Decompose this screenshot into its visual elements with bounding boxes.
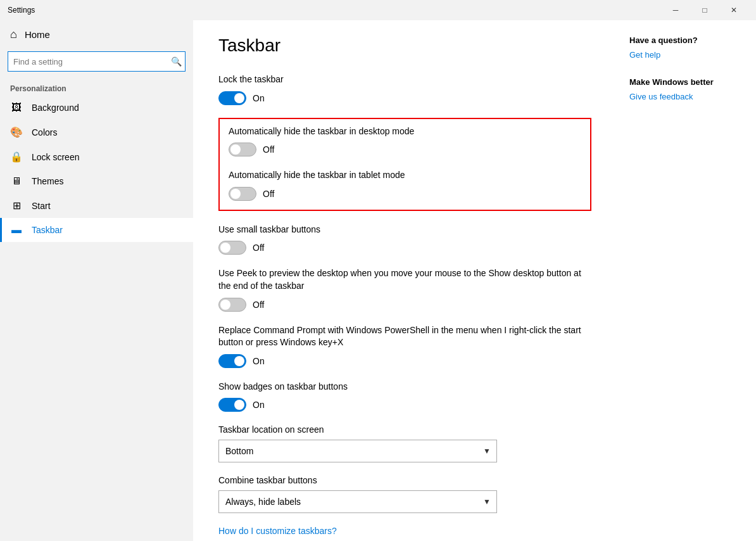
hide-tablet-label: Automatically hide the taskbar in tablet…: [229, 169, 581, 182]
highlighted-settings-box: Automatically hide the taskbar in deskto…: [218, 118, 591, 211]
peek-value: Off: [253, 300, 264, 310]
powershell-value: On: [253, 356, 265, 366]
peek-label: Use Peek to preview the desktop when you…: [218, 267, 591, 292]
window-controls: ─ □ ✕: [661, 0, 748, 20]
lock-taskbar-toggle-row: On: [218, 91, 591, 105]
home-icon: ⌂: [10, 28, 17, 41]
hide-tablet-toggle-row: Off: [229, 187, 581, 201]
have-question-title: Have a question?: [629, 35, 743, 45]
setting-powershell: Replace Command Prompt with Windows Powe…: [218, 324, 591, 368]
taskbar-icon: ▬: [10, 224, 23, 236]
lock-taskbar-label: Lock the taskbar: [218, 73, 591, 86]
help-link-container: How do I customize taskbars?: [218, 526, 591, 536]
sidebar-section-label: Personalization: [0, 79, 193, 96]
taskbar-location-row: Taskbar location on screen BottomTopLeft…: [218, 424, 591, 462]
peek-toggle[interactable]: [218, 298, 246, 312]
setting-small-buttons: Use small taskbar buttons Off: [218, 224, 591, 255]
sidebar-item-background[interactable]: 🖼 Background: [0, 96, 193, 120]
search-icon-button[interactable]: 🔍: [171, 56, 182, 67]
hide-tablet-toggle[interactable]: [229, 187, 256, 201]
lock-taskbar-toggle[interactable]: [218, 91, 246, 105]
give-feedback-link[interactable]: Give us feedback: [629, 92, 743, 101]
peek-toggle-row: Off: [218, 298, 591, 312]
start-icon: ⊞: [10, 200, 23, 212]
customize-taskbars-link[interactable]: How do I customize taskbars?: [218, 526, 337, 536]
search-input[interactable]: [8, 51, 186, 72]
right-section-help: Have a question? Get help: [629, 35, 743, 60]
search-box: 🔍: [8, 51, 186, 72]
sidebar-item-lock-screen[interactable]: 🔒 Lock screen: [0, 144, 193, 169]
taskbar-location-select[interactable]: BottomTopLeftRight: [218, 440, 497, 462]
powershell-toggle[interactable]: [218, 354, 246, 368]
small-buttons-label: Use small taskbar buttons: [218, 224, 591, 236]
badges-toggle[interactable]: [218, 398, 246, 412]
sidebar-item-label-taskbar: Taskbar: [32, 225, 63, 235]
main-content: Taskbar Lock the taskbar On Automaticall…: [193, 20, 617, 541]
make-windows-better-title: Make Windows better: [629, 77, 743, 87]
maximize-button[interactable]: □: [690, 0, 719, 20]
sidebar-item-themes[interactable]: 🖥 Themes: [0, 169, 193, 193]
sidebar-item-start[interactable]: ⊞ Start: [0, 193, 193, 218]
right-panel: Have a question? Get help Make Windows b…: [617, 20, 756, 541]
badges-label: Show badges on taskbar buttons: [218, 381, 591, 393]
right-section-feedback: Make Windows better Give us feedback: [629, 77, 743, 101]
themes-icon: 🖥: [10, 175, 23, 187]
combine-buttons-label: Combine taskbar buttons: [218, 475, 591, 485]
sidebar-item-label-start: Start: [32, 201, 51, 211]
setting-hide-desktop: Automatically hide the taskbar in deskto…: [229, 125, 581, 157]
sidebar-item-label-lock-screen: Lock screen: [32, 152, 79, 162]
hide-desktop-toggle[interactable]: [229, 143, 256, 156]
combine-buttons-select[interactable]: Always, hide labelsWhen taskbar is fullN…: [218, 490, 497, 513]
combine-buttons-wrapper: Always, hide labelsWhen taskbar is fullN…: [218, 490, 497, 513]
sidebar-item-taskbar[interactable]: ▬ Taskbar: [0, 218, 193, 242]
title-bar: Settings ─ □ ✕: [0, 0, 756, 20]
background-icon: 🖼: [10, 102, 23, 113]
powershell-label: Replace Command Prompt with Windows Powe…: [218, 324, 591, 349]
page-title: Taskbar: [218, 35, 591, 56]
sidebar-item-home[interactable]: ⌂ Home: [0, 20, 193, 49]
sidebar-item-label-background: Background: [32, 103, 79, 113]
setting-hide-tablet: Automatically hide the taskbar in tablet…: [229, 169, 581, 201]
close-button[interactable]: ✕: [719, 0, 748, 20]
minimize-button[interactable]: ─: [661, 0, 690, 20]
sidebar-item-label-themes: Themes: [32, 176, 64, 186]
app-container: ⌂ Home 🔍 Personalization 🖼 Background 🎨 …: [0, 20, 756, 541]
hide-tablet-value: Off: [263, 189, 274, 199]
powershell-toggle-row: On: [218, 354, 591, 368]
small-buttons-toggle-row: Off: [218, 241, 591, 255]
taskbar-location-wrapper: BottomTopLeftRight ▼: [218, 440, 497, 462]
badges-toggle-row: On: [218, 398, 591, 412]
sidebar-item-colors[interactable]: 🎨 Colors: [0, 120, 193, 144]
app-title: Settings: [8, 6, 661, 15]
setting-lock-taskbar: Lock the taskbar On: [218, 73, 591, 105]
combine-buttons-row: Combine taskbar buttons Always, hide lab…: [218, 475, 591, 513]
lock-taskbar-value: On: [253, 93, 265, 103]
setting-peek: Use Peek to preview the desktop when you…: [218, 267, 591, 311]
badges-value: On: [253, 400, 265, 410]
get-help-link[interactable]: Get help: [629, 50, 743, 60]
lock-screen-icon: 🔒: [10, 151, 23, 163]
sidebar-item-label-colors: Colors: [32, 127, 57, 137]
colors-icon: 🎨: [10, 126, 23, 138]
hide-desktop-toggle-row: Off: [229, 143, 581, 156]
taskbar-location-label: Taskbar location on screen: [218, 424, 591, 435]
home-label: Home: [25, 29, 50, 40]
small-buttons-toggle[interactable]: [218, 241, 246, 255]
setting-badges: Show badges on taskbar buttons On: [218, 381, 591, 412]
hide-desktop-label: Automatically hide the taskbar in deskto…: [229, 125, 581, 138]
small-buttons-value: Off: [253, 243, 264, 253]
sidebar: ⌂ Home 🔍 Personalization 🖼 Background 🎨 …: [0, 20, 193, 541]
sidebar-items-container: 🖼 Background 🎨 Colors 🔒 Lock screen 🖥 Th…: [0, 96, 193, 242]
hide-desktop-value: Off: [263, 144, 274, 155]
